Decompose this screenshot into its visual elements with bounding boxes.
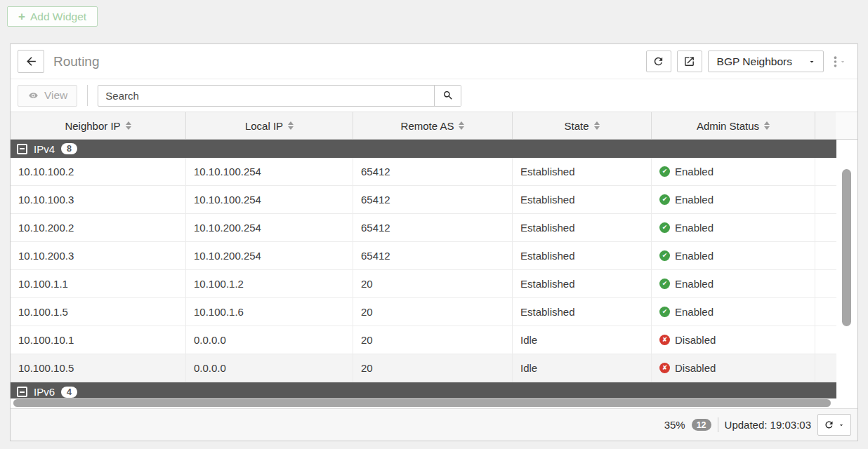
row-spacer-cell [815, 354, 836, 382]
state-cell: Established [513, 214, 652, 241]
auto-refresh-dropdown[interactable] [817, 414, 851, 436]
column-header-local-ip[interactable]: Local IP [186, 112, 353, 139]
admin-status-cell: ✔Enabled [652, 214, 815, 241]
horizontal-scrollbar-track [11, 398, 857, 408]
table-row[interactable]: 10.10.100.210.10.100.25465412Established… [11, 158, 836, 186]
add-widget-button[interactable]: + Add Widget [7, 6, 98, 27]
table-row[interactable]: 10.100.1.110.100.1.220Established✔Enable… [11, 270, 836, 298]
search-button[interactable] [434, 86, 461, 106]
column-header-state[interactable]: State [513, 112, 652, 139]
eye-icon [27, 90, 39, 102]
state-cell: Idle [513, 354, 652, 382]
row-spacer-cell [815, 270, 836, 297]
local-ip-cell: 10.10.200.254 [186, 214, 353, 241]
table-row[interactable]: 10.100.10.10.0.0.020Idle✘Disabled [11, 326, 836, 354]
vertical-scrollbar[interactable] [842, 169, 851, 326]
view-button[interactable]: View [18, 85, 77, 107]
neighbor-ip-cell: 10.10.200.2 [11, 214, 186, 241]
neighbor-ip-cell: 10.10.100.2 [11, 158, 186, 185]
view-selector-value: BGP Neighbors [717, 55, 792, 68]
group-label: IPv6 [34, 386, 55, 398]
column-label: Remote AS [401, 120, 454, 132]
row-spacer-cell [815, 298, 836, 326]
refresh-icon [652, 55, 664, 67]
table-rows-ipv4: 10.10.100.210.10.100.25465412Established… [11, 158, 857, 382]
admin-status-label: Enabled [675, 194, 714, 206]
scrollbar-gutter [836, 112, 857, 139]
column-header-neighbor-ip[interactable]: Neighbor IP [11, 112, 186, 139]
popout-button[interactable] [677, 51, 702, 72]
table-row[interactable]: 10.100.1.510.100.1.620Established✔Enable… [11, 298, 836, 326]
routing-widget: Routing BGP Neighbors [10, 43, 858, 441]
table-row[interactable]: 10.10.200.310.10.200.25465412Established… [11, 242, 836, 270]
sort-icon [459, 121, 464, 130]
state-cell: Idle [513, 326, 652, 354]
view-selector-dropdown[interactable]: BGP Neighbors [708, 51, 824, 72]
admin-status-cell: ✔Enabled [652, 186, 815, 213]
refresh-button[interactable] [646, 51, 671, 72]
state-cell: Established [513, 186, 652, 213]
local-ip-cell: 10.100.1.6 [186, 298, 353, 326]
admin-status-cell: ✔Enabled [652, 270, 815, 297]
column-label: State [564, 120, 588, 132]
table-row[interactable]: 10.10.200.210.10.200.25465412Established… [11, 214, 836, 242]
local-ip-cell: 0.0.0.0 [186, 326, 353, 354]
enabled-check-icon: ✔ [659, 279, 670, 289]
sort-icon [764, 121, 770, 130]
enabled-check-icon: ✔ [659, 250, 670, 261]
arrow-left-icon [25, 55, 38, 68]
back-button[interactable] [18, 50, 44, 73]
plus-icon: + [18, 11, 25, 22]
remote-as-cell: 65412 [353, 186, 513, 213]
table-header-row: Neighbor IP Local IP Remote AS State Adm… [11, 112, 857, 140]
column-label: Admin Status [697, 120, 759, 132]
search-box [98, 85, 461, 107]
group-count-badge: 4 [61, 387, 77, 398]
refresh-icon [824, 420, 834, 430]
remote-as-cell: 20 [353, 354, 513, 382]
column-header-admin-status[interactable]: Admin Status [652, 112, 815, 139]
admin-status-label: Disabled [675, 362, 716, 374]
more-options-button[interactable] [829, 55, 850, 68]
column-header-remote-as[interactable]: Remote AS [353, 112, 513, 139]
page-title: Routing [53, 54, 100, 69]
admin-status-label: Enabled [675, 278, 714, 290]
row-spacer-cell [815, 242, 836, 269]
table-row[interactable]: 10.100.10.50.0.0.020Idle✘Disabled [11, 354, 836, 382]
remote-as-cell: 20 [353, 326, 513, 354]
chevron-down-icon [838, 422, 845, 429]
admin-status-cell: ✔Enabled [652, 242, 815, 269]
enabled-check-icon: ✔ [659, 166, 670, 177]
remote-as-cell: 65412 [353, 214, 513, 241]
admin-status-label: Enabled [675, 166, 714, 177]
view-button-label: View [44, 89, 67, 102]
group-count-badge: 8 [61, 143, 77, 154]
state-cell: Established [513, 158, 652, 185]
row-spacer-cell [815, 326, 836, 354]
chevron-down-icon [839, 58, 846, 65]
admin-status-cell: ✔Enabled [652, 298, 815, 326]
disabled-x-icon: ✘ [659, 363, 670, 373]
group-header-ipv4[interactable]: IPv4 8 [11, 140, 836, 158]
column-label: Local IP [245, 120, 283, 132]
remote-as-cell: 20 [353, 298, 513, 326]
table-body: IPv4 8 10.10.100.210.10.100.25465412Esta… [11, 140, 857, 398]
horizontal-scrollbar[interactable] [13, 399, 831, 407]
group-header-ipv6[interactable]: IPv6 4 [11, 382, 836, 398]
neighbor-ip-cell: 10.100.10.1 [11, 326, 186, 354]
sort-icon [126, 121, 131, 130]
admin-status-label: Disabled [675, 334, 716, 346]
admin-status-label: Enabled [675, 222, 714, 234]
neighbor-ip-cell: 10.10.200.3 [11, 242, 186, 269]
search-input[interactable] [98, 86, 434, 106]
admin-status-label: Enabled [675, 306, 714, 318]
admin-status-cell: ✘Disabled [652, 326, 815, 354]
table-row[interactable]: 10.10.100.310.10.100.25465412Established… [11, 186, 836, 214]
local-ip-cell: 10.100.1.2 [186, 270, 353, 297]
local-ip-cell: 10.10.100.254 [186, 186, 353, 213]
row-count-badge: 12 [692, 419, 711, 431]
collapse-icon [17, 144, 27, 154]
column-label: Neighbor IP [65, 120, 120, 132]
load-percent: 35% [664, 419, 685, 431]
add-widget-label: Add Widget [30, 11, 86, 23]
